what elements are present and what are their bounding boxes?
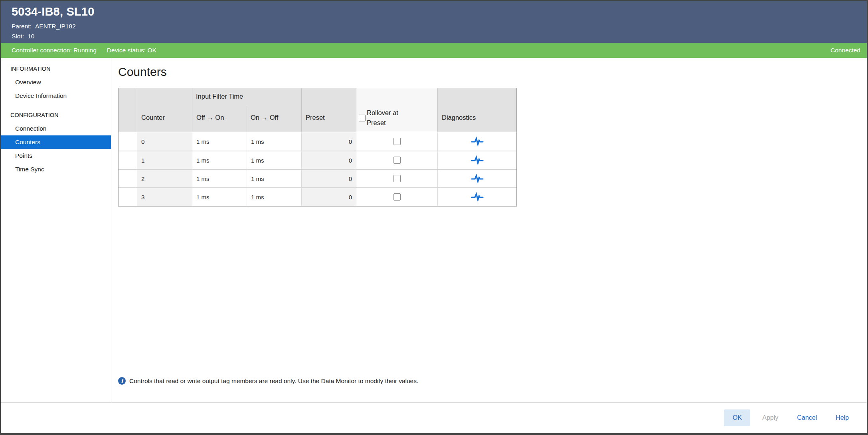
row-selector-cell[interactable]	[119, 170, 137, 187]
counter-cell: 0	[137, 132, 192, 151]
on-off-filter-cell[interactable]: 1 ms	[247, 151, 301, 169]
main-area: INFORMATION Overview Device Information …	[1, 58, 867, 402]
counter-column-header: Counter	[137, 88, 192, 132]
parent-label: Parent:	[12, 23, 32, 30]
cancel-button[interactable]: Cancel	[790, 409, 824, 426]
content-panel: Counters Counter Off → On On → Off Prese…	[111, 58, 867, 402]
diagnostics-cell	[437, 170, 516, 187]
connection-state-badge: Connected	[830, 47, 860, 54]
counter-cell: 2	[137, 170, 192, 187]
sidebar-item-points[interactable]: Points	[1, 149, 111, 163]
diagnostics-cell	[437, 132, 516, 151]
module-properties-window: 5034-IB8, SL10 Parent:AENTR_IP182 Slot:1…	[0, 0, 868, 435]
help-button[interactable]: Help	[829, 409, 856, 426]
on-off-filter-cell[interactable]: 1 ms	[247, 188, 301, 206]
rollover-checkbox[interactable]	[393, 138, 401, 145]
diagnostics-icon[interactable]	[471, 174, 484, 183]
off-on-filter-cell[interactable]: 1 ms	[192, 188, 247, 206]
titlebar: 5034-IB8, SL10 Parent:AENTR_IP182 Slot:1…	[1, 1, 867, 43]
sidebar-item-time-sync[interactable]: Time Sync	[1, 163, 111, 176]
rollover-cell	[356, 151, 437, 169]
preset-cell: 0	[301, 170, 356, 187]
parent-line: Parent:AENTR_IP182	[12, 21, 867, 31]
footer-bar: OK Apply Cancel Help	[1, 402, 867, 433]
note-text: Controls that read or write output tag m…	[129, 377, 418, 385]
counter-cell: 1	[137, 151, 192, 169]
row-selector-cell[interactable]	[119, 132, 137, 151]
preset-cell: 0	[301, 151, 356, 169]
diagnostics-icon[interactable]	[471, 192, 484, 202]
diagnostics-cell	[437, 188, 516, 206]
off-on-filter-cell[interactable]: 1 ms	[192, 132, 247, 151]
slot-value: 10	[28, 33, 34, 40]
row-selector-cell[interactable]	[119, 188, 137, 206]
status-bar: Controller connection: Running Device st…	[1, 43, 867, 58]
status-bar-left: Controller connection: Running Device st…	[12, 47, 156, 54]
preset-column-header: Preset	[301, 88, 356, 132]
diagnostics-cell	[437, 151, 516, 169]
on-off-column-header: On → Off	[247, 88, 301, 132]
sidebar-item-connection[interactable]: Connection	[1, 122, 111, 135]
ok-button[interactable]: OK	[724, 409, 750, 426]
off-on-filter-cell[interactable]: 1 ms	[192, 170, 247, 187]
rollover-all-checkbox[interactable]	[359, 115, 366, 121]
slot-label: Slot:	[12, 33, 24, 40]
info-icon: i	[118, 377, 126, 385]
rollover-header-label: Rollover at Preset	[367, 108, 398, 128]
sidebar-section-information: INFORMATION Overview Device Information	[1, 62, 111, 103]
controller-connection-status: Controller connection: Running	[12, 47, 97, 54]
rollover-header-line2: Preset	[367, 119, 386, 126]
table-row: 3 1 ms 1 ms 0	[119, 187, 516, 206]
rollover-checkbox[interactable]	[393, 193, 401, 201]
rollover-checkbox[interactable]	[393, 157, 401, 164]
apply-button[interactable]: Apply	[755, 409, 785, 426]
counters-table: Counter Off → On On → Off Preset Rollove…	[118, 88, 517, 207]
window-title: 5034-IB8, SL10	[12, 5, 867, 18]
preset-cell: 0	[301, 188, 356, 206]
table-row: 1 1 ms 1 ms 0	[119, 151, 516, 169]
diagnostics-icon[interactable]	[471, 155, 484, 165]
section-label-configuration: CONFIGURATION	[1, 108, 111, 122]
section-label-information: INFORMATION	[1, 62, 111, 75]
slot-line: Slot:10	[12, 31, 867, 41]
input-filter-time-group-header: Input Filter Time	[196, 93, 243, 100]
diagnostics-column-header: Diagnostics	[437, 88, 516, 132]
rollover-checkbox[interactable]	[393, 175, 401, 182]
rollover-column-header: Rollover at Preset	[356, 88, 437, 132]
table-row: 0 1 ms 1 ms 0	[119, 132, 516, 151]
sidebar-item-overview[interactable]: Overview	[1, 75, 111, 89]
rollover-cell	[356, 170, 437, 187]
page-title: Counters	[118, 65, 867, 79]
on-off-filter-cell[interactable]: 1 ms	[247, 170, 301, 187]
row-selector-header-cell	[119, 88, 137, 132]
table-header: Counter Off → On On → Off Preset Rollove…	[119, 88, 516, 132]
sidebar-item-counters[interactable]: Counters	[1, 135, 111, 149]
on-off-filter-cell[interactable]: 1 ms	[247, 132, 301, 151]
rollover-header-line1: Rollover at	[367, 109, 398, 116]
diagnostics-icon[interactable]	[471, 137, 484, 146]
row-selector-cell[interactable]	[119, 151, 137, 169]
rollover-header-inner: Rollover at Preset	[359, 108, 398, 128]
off-on-filter-cell[interactable]: 1 ms	[192, 151, 247, 169]
sidebar-item-device-information[interactable]: Device Information	[1, 89, 111, 103]
device-status: Device status: OK	[107, 47, 156, 54]
rollover-cell	[356, 132, 437, 151]
sidebar: INFORMATION Overview Device Information …	[1, 58, 111, 402]
table-row: 2 1 ms 1 ms 0	[119, 169, 516, 187]
parent-value: AENTR_IP182	[35, 23, 76, 30]
sidebar-section-configuration: CONFIGURATION Connection Counters Points…	[1, 108, 111, 176]
read-only-note: i Controls that read or write output tag…	[118, 377, 418, 385]
counter-cell: 3	[137, 188, 192, 206]
preset-cell: 0	[301, 132, 356, 151]
rollover-cell	[356, 188, 437, 206]
